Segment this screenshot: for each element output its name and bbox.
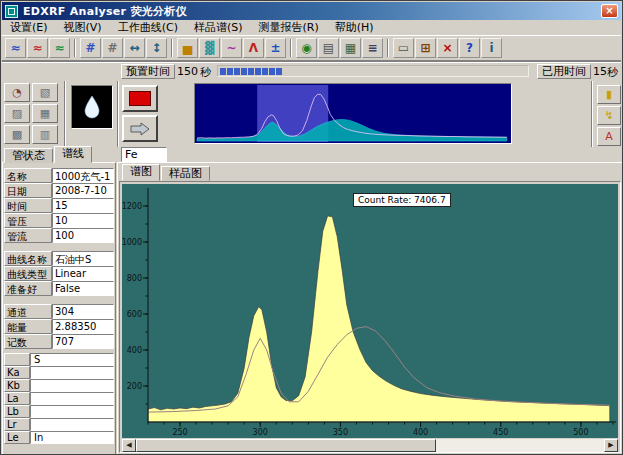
pump-button[interactable]: ▦ — [32, 104, 58, 123]
scroll-left-button[interactable]: ◀ — [122, 439, 136, 452]
tab-tube-status[interactable]: 管状态 — [4, 148, 53, 163]
chart-area: 25030035040045050020040060080010001200 ◀… — [119, 181, 621, 453]
field-label: 曲线类型 — [4, 266, 52, 281]
field-label: 准备好 — [4, 281, 52, 296]
curve-window-3-button[interactable]: ≈ — [49, 38, 70, 58]
line-label: Kb — [4, 379, 30, 392]
field-value: 10 — [52, 213, 114, 228]
pressure-gauge-button[interactable]: ◔ — [4, 83, 30, 102]
spectrum-display-button[interactable]: ▅ — [177, 38, 198, 58]
spectrum-preview[interactable] — [194, 83, 512, 144]
window-title: EDXRF Analyser 荧光分析仪 — [23, 4, 601, 19]
tab-spectrum-view[interactable]: 谱图 — [122, 164, 160, 181]
pan-button[interactable]: ↔ — [124, 38, 145, 58]
start-button[interactable] — [122, 115, 158, 142]
list-button[interactable]: ≡ — [362, 38, 383, 58]
gas-release-button[interactable]: ▨ — [4, 104, 30, 123]
tab-sample-view[interactable]: 样品图 — [161, 166, 210, 181]
lines-row[interactable]: La — [4, 392, 114, 405]
app-icon[interactable] — [5, 5, 18, 18]
lines-element-header: S — [30, 353, 114, 366]
element-box[interactable]: Fe — [121, 147, 167, 162]
element-label-button[interactable]: A — [597, 127, 621, 146]
progress-segment — [353, 68, 359, 75]
menu-item[interactable]: 设置(E) — [2, 20, 56, 35]
svg-text:200: 200 — [127, 382, 142, 391]
lines-row[interactable]: Lb — [4, 405, 114, 418]
title-bar[interactable]: EDXRF Analyser 荧光分析仪 × — [2, 2, 621, 20]
progress-segment — [290, 68, 296, 75]
scroll-thumb[interactable] — [136, 439, 436, 452]
scroll-right-button[interactable]: ▶ — [604, 439, 618, 452]
report-button[interactable]: ▤ — [318, 38, 339, 58]
field-label: 能量 — [4, 319, 52, 334]
divider — [64, 81, 66, 147]
help-button[interactable]: ? — [459, 38, 480, 58]
stop-icon — [129, 91, 151, 106]
lines-row[interactable]: LeIn — [4, 431, 114, 444]
field-value: 2008-7-10 — [52, 183, 114, 198]
valve-button[interactable]: ▩ — [4, 125, 30, 144]
print-button[interactable]: ▭ — [393, 38, 414, 58]
field-label: 记数 — [4, 334, 52, 349]
lines-row[interactable]: Kb — [4, 379, 114, 392]
energy-line-button[interactable]: ↯ — [597, 106, 621, 125]
gas-fill-button[interactable]: ▧ — [32, 83, 58, 102]
table-button[interactable]: ▦ — [340, 38, 361, 58]
progress-segment — [262, 68, 268, 75]
delete-button[interactable]: × — [437, 38, 458, 58]
overlay-spectra-button[interactable]: ▓ — [199, 38, 220, 58]
svg-text:400: 400 — [127, 346, 142, 355]
progress-segment — [464, 68, 470, 75]
lines-row[interactable]: Lr — [4, 418, 114, 431]
zoom-reset-button[interactable]: # — [102, 38, 123, 58]
stop-button[interactable] — [122, 85, 158, 112]
progress-segment — [506, 68, 512, 75]
menu-item[interactable]: 帮助(H) — [327, 20, 382, 35]
progress-segment — [283, 68, 289, 75]
field-value: 304 — [52, 304, 114, 319]
field-label: 通道 — [4, 304, 52, 319]
progress-segment — [444, 68, 450, 75]
copy-button[interactable]: ⊞ — [415, 38, 436, 58]
energy-calibration-button[interactable]: ± — [265, 38, 286, 58]
smooth-button[interactable]: ~ — [221, 38, 242, 58]
menu-item[interactable]: 样品谱(S) — [186, 20, 251, 35]
measure-button[interactable]: ◉ — [296, 38, 317, 58]
progress-segment — [423, 68, 429, 75]
field-row: 通道304 — [4, 304, 114, 319]
toolbar: ≈≈≈##↔↕▅▓~Λ±◉▤▦≡▭⊞×?i — [2, 35, 621, 61]
progress-segment — [339, 68, 345, 75]
zoom-region-button[interactable]: # — [80, 38, 101, 58]
menu-item[interactable]: 工作曲线(C) — [110, 20, 186, 35]
field-value: False — [52, 281, 114, 296]
cursor-marker-button[interactable]: ▮ — [597, 85, 621, 104]
droplet-icon — [82, 94, 102, 120]
menu-item[interactable]: 测量报告(R) — [251, 20, 327, 35]
progress-segment — [297, 68, 303, 75]
field-value: 15 — [52, 198, 114, 213]
lines-row[interactable]: Ka — [4, 366, 114, 379]
menu-item[interactable]: 视图(V) — [56, 20, 110, 35]
field-label: 曲线名称 — [4, 251, 52, 266]
field-value: Linear — [52, 266, 114, 281]
about-button[interactable]: i — [481, 38, 502, 58]
progress-segment — [457, 68, 463, 75]
progress-segment — [248, 68, 254, 75]
spectrum-chart[interactable]: 25030035040045050020040060080010001200 — [122, 184, 618, 438]
field-row: 管流100 — [4, 228, 114, 243]
scroll-track[interactable] — [136, 439, 604, 452]
chart-scrollbar: ◀ ▶ — [122, 439, 618, 452]
field-row: 时间15 — [4, 198, 114, 213]
lines-header-row: S — [4, 353, 114, 366]
curve-window-1-button[interactable]: ≈ — [5, 38, 26, 58]
expand-y-button[interactable]: ↕ — [146, 38, 167, 58]
close-button[interactable]: × — [601, 4, 618, 18]
preview-svg — [195, 84, 511, 143]
preset-time-label: 预置时间 — [121, 64, 175, 79]
divider — [591, 81, 593, 147]
vent-button[interactable]: ▥ — [32, 125, 58, 144]
curve-window-2-button[interactable]: ≈ — [27, 38, 48, 58]
tab-spectral-lines[interactable]: 谱线 — [54, 146, 92, 163]
peak-search-button[interactable]: Λ — [243, 38, 264, 58]
